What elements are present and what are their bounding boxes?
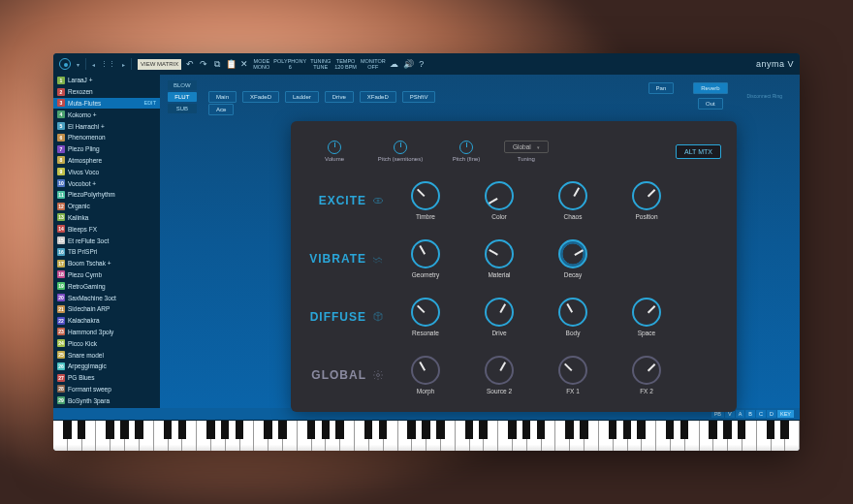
black-key[interactable] bbox=[767, 421, 774, 439]
paste-icon[interactable]: 📋 bbox=[226, 59, 236, 69]
black-key[interactable] bbox=[738, 421, 745, 439]
preset-item[interactable]: 1LaraaJ + bbox=[53, 75, 160, 86]
chain-node[interactable]: PShftV bbox=[402, 91, 436, 103]
monitor-selector[interactable]: MONITOROFF bbox=[361, 58, 386, 70]
bottombar-button[interactable]: KEY bbox=[777, 410, 794, 418]
knob-material[interactable]: Material bbox=[471, 239, 527, 278]
preset-item[interactable]: 29BoSynth 3para bbox=[53, 394, 160, 406]
black-key[interactable] bbox=[106, 421, 113, 439]
view-matrix-button[interactable]: VIEW MATRIX bbox=[138, 59, 181, 70]
undo-icon[interactable]: ↶ bbox=[185, 59, 195, 69]
knob-body[interactable]: Body bbox=[545, 298, 601, 336]
preset-item[interactable]: 22Kalachakra bbox=[53, 315, 160, 327]
black-key[interactable] bbox=[278, 421, 286, 439]
preset-item[interactable]: 21Sidechain ARP bbox=[53, 303, 160, 315]
polyphony-selector[interactable]: POLYPHONY6 bbox=[273, 58, 306, 70]
black-key[interactable] bbox=[565, 421, 573, 439]
black-key[interactable] bbox=[407, 421, 415, 439]
black-key[interactable] bbox=[364, 421, 372, 439]
chain-node[interactable]: Main bbox=[208, 91, 237, 103]
preset-item[interactable]: 27PG Blues bbox=[53, 372, 160, 384]
black-key[interactable] bbox=[537, 421, 545, 439]
bottombar-button[interactable]: A bbox=[736, 410, 745, 418]
pitch-fine-knob[interactable]: Pitch (fine) bbox=[438, 141, 494, 162]
chain-node[interactable]: Drive bbox=[325, 91, 354, 103]
black-key[interactable] bbox=[178, 421, 186, 439]
preset-item[interactable]: 2Rexozen bbox=[53, 86, 160, 98]
redo-icon[interactable]: ↷ bbox=[199, 59, 208, 69]
black-key[interactable] bbox=[63, 421, 71, 439]
next-preset-icon[interactable]: ▸ bbox=[122, 61, 125, 68]
black-key[interactable] bbox=[436, 421, 444, 439]
tuning-selector[interactable]: TUNINGTUNE bbox=[310, 58, 331, 70]
chain-tab[interactable]: SUB bbox=[168, 104, 197, 113]
chain-node[interactable]: XFadeD bbox=[242, 91, 279, 103]
chain-tab[interactable]: FLUT bbox=[168, 92, 197, 102]
chain-node[interactable]: Ladder bbox=[285, 91, 319, 103]
preset-item[interactable]: 9Vivos Voco bbox=[53, 166, 160, 177]
copy-icon[interactable]: ⧉ bbox=[212, 59, 222, 70]
preset-item[interactable]: 10Vocobot + bbox=[53, 177, 160, 189]
black-key[interactable] bbox=[221, 421, 229, 439]
preset-item[interactable]: 11PiezoPolyrhythm bbox=[53, 189, 160, 201]
preset-edit-button[interactable]: EDIT bbox=[143, 100, 156, 106]
black-key[interactable] bbox=[264, 421, 271, 439]
black-key[interactable] bbox=[666, 421, 674, 439]
black-key[interactable] bbox=[206, 421, 214, 439]
preset-item[interactable]: 25Snare model bbox=[53, 349, 160, 361]
chain-reverb[interactable]: Reverb bbox=[693, 82, 727, 94]
black-key[interactable] bbox=[508, 421, 516, 439]
preset-item[interactable]: 23Hammond 3poly bbox=[53, 327, 160, 338]
alt-mtx-button[interactable]: ALT MTX bbox=[676, 144, 721, 159]
preset-item[interactable]: 7Piezo Pling bbox=[53, 143, 160, 155]
knob-geometry[interactable]: Geometry bbox=[397, 239, 454, 278]
preset-item[interactable]: 26Arpeggimagic bbox=[53, 361, 160, 372]
preset-item[interactable]: 20SaxMachine 3oct bbox=[53, 292, 160, 303]
chain-tab[interactable]: BLOW bbox=[168, 80, 197, 90]
black-key[interactable] bbox=[723, 421, 731, 439]
knob-position[interactable]: Position bbox=[618, 181, 675, 220]
black-key[interactable] bbox=[236, 421, 243, 439]
knob-space[interactable]: Space bbox=[618, 298, 675, 336]
knob-color[interactable]: Color bbox=[471, 181, 527, 220]
knob-fx 1[interactable]: FX 1 bbox=[545, 356, 601, 394]
preset-item[interactable]: 6Phenomenon bbox=[53, 132, 160, 143]
volume-knob[interactable]: Volume bbox=[306, 141, 363, 162]
preset-item[interactable]: 12Organic bbox=[53, 201, 160, 212]
black-key[interactable] bbox=[479, 421, 487, 439]
black-key[interactable] bbox=[580, 421, 587, 439]
preset-item[interactable]: 14Bleeps FX bbox=[53, 223, 160, 235]
preset-item[interactable]: 4Kokomo + bbox=[53, 109, 160, 120]
black-key[interactable] bbox=[609, 421, 616, 439]
tuning-dropdown[interactable]: Global bbox=[504, 141, 549, 153]
chain-node[interactable]: XFadeD bbox=[360, 91, 396, 103]
audio-icon[interactable]: 🔊 bbox=[403, 59, 413, 69]
knob-source 2[interactable]: Source 2 bbox=[471, 356, 527, 394]
piano-keyboard[interactable] bbox=[53, 420, 800, 451]
prev-preset-icon[interactable]: ◂ bbox=[92, 61, 95, 68]
black-key[interactable] bbox=[120, 421, 128, 439]
knob-resonate[interactable]: Resonate bbox=[397, 298, 454, 336]
preset-item[interactable]: 17Boom Tschak + bbox=[53, 258, 160, 269]
black-key[interactable] bbox=[322, 421, 330, 439]
black-key[interactable] bbox=[164, 421, 172, 439]
preset-item[interactable]: 24Picco Kick bbox=[53, 337, 160, 349]
preset-item[interactable]: 3Muta-FlutesEDIT bbox=[53, 98, 160, 110]
knob-decay[interactable]: Decay bbox=[545, 239, 601, 278]
preset-item[interactable]: 19RetroGaming bbox=[53, 280, 160, 292]
menu-chevron-icon[interactable]: ▾ bbox=[77, 61, 79, 68]
knob-drive[interactable]: Drive bbox=[471, 298, 527, 336]
black-key[interactable] bbox=[709, 421, 716, 439]
preset-item[interactable]: 18Piezo Cymb bbox=[53, 269, 160, 281]
chain-node[interactable]: Ace bbox=[208, 104, 234, 115]
black-key[interactable] bbox=[465, 421, 473, 439]
chain-pan[interactable]: Pan bbox=[648, 82, 675, 94]
chain-disconnect-label[interactable]: Disconnect Ring bbox=[747, 93, 782, 99]
black-key[interactable] bbox=[623, 421, 631, 439]
black-key[interactable] bbox=[780, 421, 788, 439]
black-key[interactable] bbox=[307, 421, 315, 439]
preset-item[interactable]: 8Atmosphere bbox=[53, 155, 160, 167]
cloud-icon[interactable]: ☁ bbox=[390, 59, 399, 69]
preset-item[interactable]: 15Et reFlute 3oct bbox=[53, 235, 160, 246]
knob-fx 2[interactable]: FX 2 bbox=[618, 356, 675, 394]
